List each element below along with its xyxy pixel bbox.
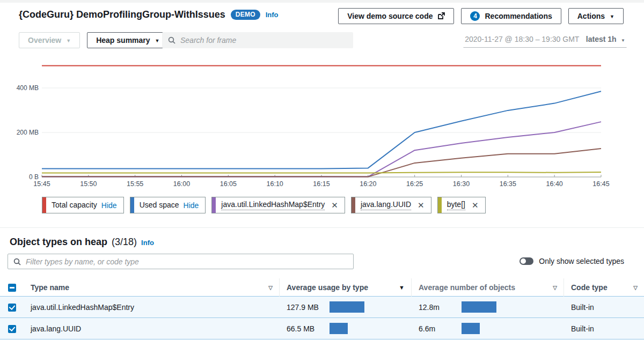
table-row[interactable]: java.util.LinkedHashMap$Entry127.9 MB12.…: [0, 297, 644, 318]
legend-color-swatch: [130, 197, 134, 213]
page-title: {CodeGuru} DemoProfilingGroup-WithIssues: [19, 9, 225, 20]
sort-icon[interactable]: ▽: [633, 285, 638, 291]
column-header-type-name[interactable]: Type name ▽: [24, 278, 279, 297]
legend-color-swatch: [438, 197, 442, 213]
heap-summary-dropdown[interactable]: Heap summary ▼: [87, 32, 169, 48]
section-divider: [0, 227, 644, 228]
close-icon[interactable]: ✕: [418, 201, 425, 210]
external-link-icon: [437, 12, 445, 20]
x-tick-label: 16:10: [267, 180, 283, 188]
x-tick-label: 16:45: [592, 180, 609, 188]
avg-usage-cell: 127.9 MB: [279, 297, 411, 318]
x-tick-label: 15:55: [127, 180, 143, 188]
type-name-cell: java.lang.UUID: [24, 324, 279, 333]
x-tick-label: 16:25: [406, 180, 423, 188]
filter-placeholder: Filter types by name, or code type: [26, 257, 139, 266]
chevron-down-icon: ▼: [621, 38, 625, 43]
legend-chip-Total capacity: Total capacityHide: [42, 197, 124, 213]
heap-summary-chart: 400 MB200 MB0 B15:4515:5015:5516:0016:05…: [0, 54, 644, 194]
search-frame-input[interactable]: Search for frame: [162, 32, 353, 48]
legend-series-name: Used space: [140, 201, 179, 209]
search-icon: [13, 258, 21, 265]
value-bar: [462, 323, 480, 334]
header-info-link[interactable]: Info: [266, 11, 279, 19]
x-tick-label: 16:15: [313, 180, 330, 188]
column-header-average-objects[interactable]: Average number of objects ▽: [411, 278, 564, 297]
header-actions: View demo source code 4 Recommendations …: [338, 8, 624, 24]
avg-usage-cell: 66.5 MB: [279, 318, 411, 339]
legend-hide-link[interactable]: Hide: [101, 201, 117, 210]
select-all-checkbox[interactable]: [8, 284, 16, 292]
x-tick-label: 16:30: [453, 180, 470, 188]
y-tick-label: 200 MB: [17, 129, 39, 136]
object-types-title: Object types on heap: [10, 236, 107, 248]
legend-hide-link[interactable]: Hide: [184, 201, 199, 210]
filter-types-input[interactable]: Filter types by name, or code type: [8, 254, 354, 269]
close-icon[interactable]: ✕: [331, 201, 338, 210]
row-select-cell: [0, 304, 24, 312]
object-types-count: (3/18): [112, 236, 137, 248]
sort-icon[interactable]: ▽: [553, 285, 557, 291]
object-types-table: Type name ▽ Average usage by type ▼ Aver…: [0, 278, 644, 339]
sort-icon[interactable]: ▽: [268, 285, 273, 291]
time-range-selector[interactable]: 2020-11-27 @ 18:30 – 19:30 GMT latest 1h…: [464, 34, 626, 48]
legend-color-swatch: [42, 197, 46, 213]
legend-chip-Used space: Used spaceHide: [130, 197, 206, 213]
avg-objects-cell: 12.8m: [411, 297, 564, 318]
legend-series-name: java.lang.UUID: [361, 200, 411, 210]
value-label: 12.8m: [419, 303, 440, 312]
series-line-Used space: [42, 91, 601, 168]
value-label: 6.6m: [419, 324, 435, 333]
table-body: java.util.LinkedHashMap$Entry127.9 MB12.…: [0, 297, 644, 339]
search-placeholder: Search for frame: [180, 36, 236, 45]
actions-button[interactable]: Actions ▼: [568, 8, 624, 24]
recommendations-button[interactable]: 4 Recommendations: [461, 8, 561, 24]
type-name-cell: java.util.LinkedHashMap$Entry: [24, 303, 279, 312]
chart-legend: Total capacityHideUsed spaceHidejava.uti…: [42, 197, 486, 213]
legend-series-name: Total capacity: [52, 201, 97, 209]
sort-desc-icon[interactable]: ▼: [399, 284, 405, 291]
object-types-header: Object types on heap (3/18) Info: [10, 236, 154, 248]
x-tick-label: 16:40: [546, 180, 563, 188]
y-tick-label: 400 MB: [17, 84, 39, 92]
x-tick-label: 15:50: [80, 180, 97, 188]
window-top-edge: [0, 0, 644, 3]
header-select-all-cell: [0, 284, 24, 292]
legend-color-swatch: [352, 197, 355, 213]
demo-badge: DEMO: [231, 10, 260, 20]
y-tick-label: 0 B: [29, 173, 39, 181]
toggle-label: Only show selected types: [539, 257, 624, 265]
legend-chip-byte[]: byte[]✕: [437, 197, 486, 213]
row-select-cell: [0, 325, 24, 333]
table-row[interactable]: java.lang.UUID66.5 MB6.6mBuilt-in: [0, 318, 644, 339]
value-label: 66.5 MB: [287, 324, 314, 333]
search-icon: [168, 36, 175, 44]
legend-series-name: java.util.LinkedHashMap$Entry: [221, 200, 325, 210]
latest-range-label: latest 1h: [586, 35, 617, 43]
legend-chip-java.util.LinkedHashMap$Entry: java.util.LinkedHashMap$Entry✕: [211, 197, 345, 213]
value-bar: [330, 301, 364, 313]
x-tick-label: 16:35: [500, 180, 516, 188]
overview-dropdown[interactable]: Overview ▼: [19, 32, 80, 48]
legend-color-swatch: [212, 197, 216, 213]
row-checkbox[interactable]: [8, 304, 16, 312]
view-demo-source-button[interactable]: View demo source code: [338, 8, 454, 24]
x-tick-label: 16:00: [173, 180, 190, 188]
column-header-code-type[interactable]: Code type ▽: [564, 278, 644, 297]
value-bar: [462, 301, 496, 313]
chevron-down-icon: ▼: [610, 14, 614, 19]
row-checkbox[interactable]: [8, 325, 16, 333]
code-type-cell: Built-in: [564, 324, 644, 333]
page-header: {CodeGuru} DemoProfilingGroup-WithIssues…: [19, 9, 279, 20]
column-header-average-usage[interactable]: Average usage by type ▼: [279, 278, 411, 297]
x-tick-label: 16:05: [220, 180, 237, 188]
view-toolbar: Overview ▼ Heap summary ▼: [19, 32, 169, 48]
only-selected-toggle[interactable]: [519, 257, 533, 265]
code-type-cell: Built-in: [564, 303, 644, 312]
recommendations-count-badge: 4: [470, 11, 480, 21]
x-tick-label: 16:20: [360, 180, 376, 188]
value-label: 127.9 MB: [287, 303, 319, 312]
series-line-byte[]: [42, 172, 601, 173]
close-icon[interactable]: ✕: [472, 201, 479, 210]
object-types-info-link[interactable]: Info: [141, 239, 154, 247]
